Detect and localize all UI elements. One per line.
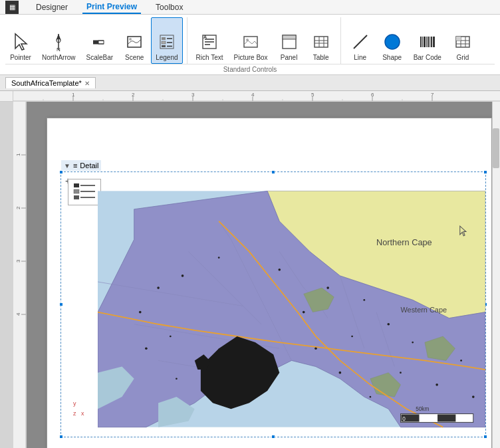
northern-cape-label: Northern Cape [376,237,432,247]
svg-rect-82 [74,183,79,187]
svg-point-10 [129,38,132,41]
svg-text:3: 3 [15,259,21,263]
svg-rect-27 [314,37,328,47]
ruler-top: 1 2 3 4 5 6 7 [13,91,500,102]
scale-label-50km: 50km [416,406,429,412]
svg-text:N: N [57,47,61,53]
svg-point-92 [278,269,281,271]
page: ▼ ≡ Detail + [47,118,492,448]
table-icon [311,31,332,53]
legend-icon [156,31,178,53]
legend-box[interactable] [68,179,101,205]
svg-point-107 [170,336,172,338]
tool-scale-bar[interactable]: ScaleBar [82,17,118,64]
tool-grid[interactable]: Grid [447,17,478,64]
tool-pointer[interactable]: Pointer [5,17,36,64]
svg-text:5: 5 [311,92,314,98]
tool-table-label: Table [313,54,329,62]
svg-rect-38 [426,37,427,47]
svg-line-32 [354,35,367,49]
tool-shape[interactable]: Shape [377,17,408,64]
tool-legend-label: Legend [156,54,178,62]
pointer-icon [10,31,31,53]
tab-label: SouthAfricaTemplate* [11,79,82,87]
detail-band: ▼ ≡ Detail + [61,171,486,437]
tool-legend[interactable]: Legend [151,17,182,64]
tab-south-africa[interactable]: SouthAfricaTemplate* ✕ [5,77,96,88]
tool-bar-code[interactable]: Bar Code [409,17,446,64]
svg-text:2: 2 [132,92,135,98]
collapse-icon[interactable]: ▼ [64,162,70,169]
handle-tl[interactable] [59,170,63,174]
canvas-area: 1 2 3 4 5 6 7 [0,91,500,448]
svg-point-103 [436,384,438,386]
sep1 [187,17,188,64]
svg-point-101 [339,372,342,374]
tab-close-icon[interactable]: ✕ [84,80,90,87]
svg-point-100 [400,372,402,374]
tool-picture-box-label: Picture Box [233,54,267,62]
map-svg: Northern Cape Western Cape 0 50km [98,181,485,437]
western-cape-label: Western Cape [400,306,447,314]
detail-label: Detail [80,162,98,169]
svg-text:1: 1 [72,92,75,98]
svg-rect-40 [430,37,430,47]
tool-rich-text[interactable]: A Rich Text [191,17,228,64]
svg-rect-86 [74,195,79,199]
svg-point-89 [157,286,160,289]
svg-point-97 [303,311,305,314]
menu-print-preview[interactable]: Print Preview [82,1,141,14]
svg-rect-84 [74,189,79,193]
svg-point-104 [460,360,462,362]
tool-pointer-label: Pointer [10,54,31,62]
svg-rect-39 [428,37,429,47]
picture-box-icon [240,31,261,53]
scale-label-0: 0 [402,416,406,422]
ruler-left: 1 2 3 4 [13,102,27,448]
svg-point-102 [370,396,372,398]
svg-point-109 [176,378,178,380]
scrollbar-vertical[interactable] [492,102,500,448]
svg-rect-14 [162,41,166,44]
scale-bar-black2 [438,415,455,422]
svg-point-90 [182,275,184,277]
svg-rect-5 [93,41,98,44]
coord-axes: y z x [73,399,84,418]
rich-text-icon: A [199,31,220,53]
legend-symbol [72,182,96,202]
tool-picture-box[interactable]: Picture Box [229,17,272,64]
ruler-top-svg: 1 2 3 4 5 6 7 [13,91,500,102]
svg-text:7: 7 [431,92,434,98]
tool-panel[interactable]: Panel [274,17,305,64]
ruler-corner [0,91,13,102]
tool-north-arrow[interactable]: N NorthArrow [37,17,80,64]
band-icon: ≡ [73,162,77,169]
svg-point-98 [351,336,353,338]
tool-line[interactable]: Line [345,17,376,64]
tool-table[interactable]: Table [306,17,336,64]
handle-tr[interactable] [483,170,487,174]
ribbon-section-label: Standard Controls [5,64,495,74]
scale-bar-icon [89,31,110,53]
canvas-with-ruler: 1 2 3 4 ▼ [13,102,500,448]
menu-designer[interactable]: Designer [32,1,72,13]
handle-bl[interactable] [59,435,63,439]
tool-grid-label: Grid [456,54,469,62]
svg-point-106 [139,311,142,314]
handle-left[interactable] [59,302,63,306]
tool-scene-label: Scene [125,54,144,62]
handle-top[interactable] [271,170,275,174]
grid-icon [452,31,473,53]
tool-shape-label: Shape [382,54,402,62]
svg-rect-6 [98,41,104,44]
tool-scale-bar-label: ScaleBar [86,54,114,62]
scene-icon [124,31,145,53]
svg-text:3: 3 [191,92,195,98]
canvas-scroll[interactable]: ▼ ≡ Detail + [27,102,500,448]
svg-rect-41 [431,37,432,47]
menu-toolbox[interactable]: Toolbox [152,1,187,13]
detail-header: ▼ ≡ Detail [61,160,101,171]
svg-rect-36 [422,37,423,47]
svg-rect-35 [420,37,422,47]
tool-scene[interactable]: Scene [119,17,150,64]
